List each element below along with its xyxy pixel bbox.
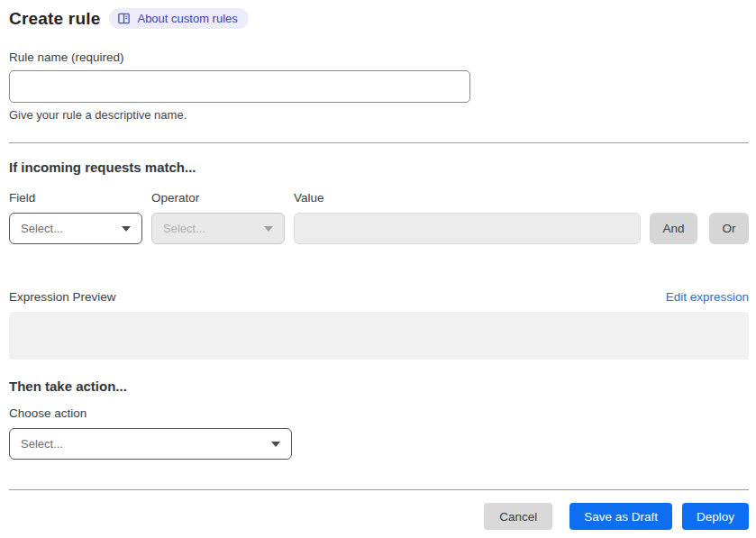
page-title: Create rule <box>9 9 100 29</box>
action-section-heading: Then take action... <box>9 378 749 394</box>
cancel-button[interactable]: Cancel <box>484 503 552 530</box>
footer-divider <box>9 489 749 490</box>
or-button[interactable]: Or <box>709 213 749 244</box>
rule-name-input[interactable] <box>9 70 470 103</box>
create-rule-page: Create rule About custom rules Rule name… <box>9 8 749 530</box>
footer-actions: Cancel Save as Draft Deploy <box>9 503 749 530</box>
expression-builder-row: Field Select... Operator Select... Value… <box>9 191 749 244</box>
about-custom-rules-badge[interactable]: About custom rules <box>109 8 248 29</box>
deploy-button[interactable]: Deploy <box>682 503 749 530</box>
page-header: Create rule About custom rules <box>9 8 749 29</box>
chevron-down-icon <box>122 226 131 232</box>
choose-action-select-value: Select... <box>21 437 63 451</box>
choose-action-select[interactable]: Select... <box>9 428 292 460</box>
save-as-draft-button[interactable]: Save as Draft <box>569 503 672 530</box>
book-icon <box>117 12 131 25</box>
chevron-down-icon <box>271 442 280 447</box>
field-label: Field <box>9 191 142 205</box>
choose-action-label: Choose action <box>9 406 749 420</box>
operator-label: Operator <box>151 191 285 205</box>
edit-expression-link[interactable]: Edit expression <box>666 290 749 304</box>
field-select[interactable]: Select... <box>9 213 142 244</box>
expression-preview-header: Expression Preview Edit expression <box>9 290 749 304</box>
section-divider-top <box>9 142 749 143</box>
rule-name-helper: Give your rule a descriptive name. <box>9 108 749 122</box>
operator-column: Operator Select... <box>151 191 285 244</box>
field-select-value: Select... <box>21 222 63 235</box>
and-button[interactable]: And <box>650 213 697 244</box>
chevron-down-icon <box>264 226 273 232</box>
value-label: Value <box>294 191 641 205</box>
value-column: Value <box>294 191 641 244</box>
expression-preview-label: Expression Preview <box>9 290 116 304</box>
field-column: Field Select... <box>9 191 142 244</box>
value-input[interactable] <box>294 213 641 244</box>
about-badge-label: About custom rules <box>137 12 237 25</box>
operator-select[interactable]: Select... <box>151 213 285 244</box>
rule-name-label: Rule name (required) <box>9 50 749 64</box>
operator-select-value: Select... <box>163 222 205 235</box>
expression-preview-box <box>9 312 749 360</box>
match-section-heading: If incoming requests match... <box>9 160 749 175</box>
